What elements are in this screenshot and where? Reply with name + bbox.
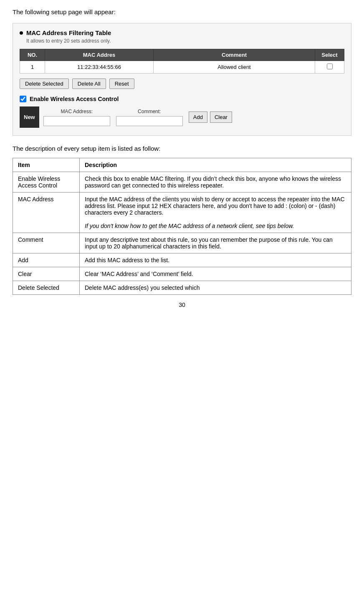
add-button[interactable]: Add	[189, 111, 207, 123]
select-checkbox[interactable]	[327, 63, 333, 69]
table-row: 1 11:22:33:44:55:66 Allowed client	[20, 61, 344, 73]
clear-button[interactable]: Clear	[210, 111, 232, 123]
desc-desc-comment: Input any descriptive text about this ru…	[80, 233, 351, 253]
desc-item-enable-wireless: Enable Wireless Access Control	[13, 172, 80, 193]
new-button[interactable]: New	[20, 106, 39, 128]
desc-item-comment: Comment	[13, 233, 80, 253]
description-text: The description of every setup item is l…	[13, 145, 351, 152]
desc-row-mac-address: MAC Address Input the MAC address of the…	[13, 193, 351, 233]
mac-address-input[interactable]	[43, 116, 110, 126]
comment-input[interactable]	[116, 116, 183, 126]
intro-text: The following setup page will appear:	[13, 8, 351, 15]
mac-filter-box: MAC Address Filtering Table It allows to…	[13, 23, 351, 136]
comment-field-group: Comment:	[116, 109, 183, 126]
mac-italic-text: If you don't know how to get the MAC add…	[85, 223, 294, 229]
action-buttons: Add Clear	[189, 111, 232, 123]
desc-row-delete-selected: Delete Selected Delete MAC address(es) y…	[13, 281, 351, 295]
mac-field-group: MAC Address:	[43, 109, 110, 126]
desc-row-enable-wireless: Enable Wireless Access Control Check thi…	[13, 172, 351, 193]
desc-item-mac-address: MAC Address	[13, 193, 80, 233]
table-header-no: NO.	[20, 49, 45, 61]
comment-label: Comment:	[138, 109, 161, 114]
mac-filter-subtitle: It allows to entry 20 sets address only.	[26, 38, 344, 44]
delete-selected-button[interactable]: Delete Selected	[20, 79, 69, 89]
desc-item-delete-selected: Delete Selected	[13, 281, 80, 295]
reset-button[interactable]: Reset	[109, 79, 134, 89]
desc-item-add: Add	[13, 253, 80, 267]
desc-desc-mac-address: Input the MAC address of the clients you…	[80, 193, 351, 233]
mac-filter-title-text: MAC Address Filtering Table	[26, 29, 111, 36]
enable-wireless-label: Enable Wireless Access Control	[30, 96, 119, 102]
table-header-mac: MAC Addres	[45, 49, 154, 61]
desc-header-description: Description	[80, 158, 351, 172]
table-header-comment: Comment	[154, 49, 315, 61]
description-table: Item Description Enable Wireless Access …	[13, 158, 351, 295]
delete-all-button[interactable]: Delete All	[72, 79, 106, 89]
table-button-row: Delete Selected Delete All Reset	[20, 79, 344, 89]
bullet-icon	[20, 31, 23, 35]
desc-desc-delete-selected: Delete MAC address(es) you selected whic…	[80, 281, 351, 295]
mac-address-label: MAC Address:	[61, 109, 93, 114]
desc-desc-clear: Clear ‘MAC Address’ and ‘Comment’ field.	[80, 267, 351, 281]
desc-row-comment: Comment Input any descriptive text about…	[13, 233, 351, 253]
mac-filter-title: MAC Address Filtering Table	[20, 29, 344, 36]
desc-item-clear: Clear	[13, 267, 80, 281]
enable-wireless-row: Enable Wireless Access Control	[20, 96, 344, 102]
desc-desc-enable-wireless: Check this box to enable MAC filtering. …	[80, 172, 351, 193]
table-cell-mac: 11:22:33:44:55:66	[45, 61, 154, 73]
enable-wireless-checkbox[interactable]	[20, 96, 26, 102]
table-cell-select[interactable]	[315, 61, 344, 73]
page-number: 30	[13, 301, 351, 308]
desc-row-clear: Clear Clear ‘MAC Address’ and ‘Comment’ …	[13, 267, 351, 281]
desc-header-item: Item	[13, 158, 80, 172]
table-cell-no: 1	[20, 61, 45, 73]
desc-desc-add: Add this MAC address to the list.	[80, 253, 351, 267]
desc-row-add: Add Add this MAC address to the list.	[13, 253, 351, 267]
table-header-select: Select	[315, 49, 344, 61]
mac-address-table: NO. MAC Addres Comment Select 1 11:22:33…	[20, 49, 344, 73]
entry-fields: MAC Address: Comment: Add Clear	[43, 109, 344, 126]
table-cell-comment: Allowed client	[154, 61, 315, 73]
new-entry-row: New MAC Address: Comment: Add Clear	[20, 106, 344, 128]
